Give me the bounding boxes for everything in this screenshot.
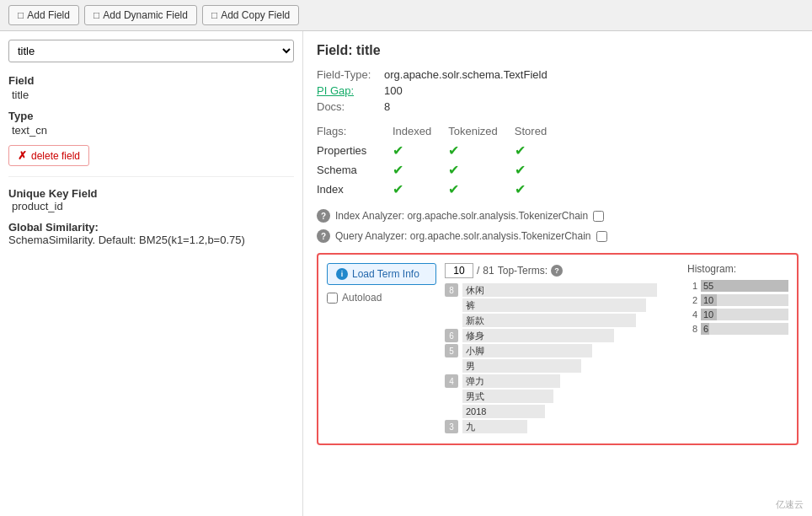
type-label: Type	[8, 110, 294, 122]
similarity-label: Global Similarity:	[8, 221, 294, 234]
list-item: 男式	[445, 390, 679, 403]
similarity-section: Global Similarity: SchemaSimilarity. Def…	[8, 221, 294, 246]
checkmark-icon: ✔	[515, 143, 526, 158]
add-copy-field-label: Add Copy Field	[221, 9, 290, 21]
checkmark-icon: ✔	[448, 182, 459, 196]
flag-check-indexed: ✔	[393, 160, 448, 180]
autoload-checkbox[interactable]	[327, 293, 338, 304]
docs-label: Docs:	[317, 100, 384, 113]
field-type-value: org.apache.solr.schema.TextField	[384, 68, 548, 81]
list-item: 2 10	[687, 294, 788, 306]
flag-check-stored: ✔	[515, 180, 564, 199]
unique-key-section: Unique Key Field product_id	[8, 187, 294, 212]
delete-field-button[interactable]: ✗ delete field	[8, 145, 89, 166]
checkmark-icon: ✔	[393, 163, 403, 177]
query-analyzer-text: Query Analyzer: org.apache.solr.analysis…	[335, 230, 591, 242]
add-copy-icon: □	[211, 9, 217, 21]
histogram-list: 1 55 2 10 4 10 8 6	[687, 280, 788, 335]
list-item: 新款	[445, 314, 679, 327]
term-bar: 男	[462, 359, 581, 373]
delete-icon: ✗	[18, 149, 27, 162]
field-type-row: Field-Type: org.apache.solr.schema.TextF…	[317, 68, 799, 81]
term-bar: 九	[462, 420, 527, 433]
term-bar-wrap: 弹力	[462, 374, 679, 388]
hist-label: 2	[687, 295, 697, 305]
query-analyzer-icon[interactable]: ?	[317, 229, 330, 243]
hist-value: 6	[703, 323, 720, 335]
list-item: 3 九	[445, 420, 679, 433]
flag-check-indexed: ✔	[393, 180, 448, 199]
query-analyzer-checkbox[interactable]	[596, 231, 607, 242]
divider	[8, 176, 294, 177]
hist-value: 10	[703, 309, 720, 320]
query-analyzer-row: ? Query Analyzer: org.apache.solr.analys…	[317, 229, 799, 243]
hist-bar-bg: 10	[701, 309, 788, 320]
flag-row-label: Index	[317, 180, 393, 199]
add-field-icon: □	[18, 9, 24, 21]
pi-gap-row: PI Gap: 100	[317, 84, 799, 97]
autoload-row: Autoload	[327, 292, 436, 304]
list-item: 4 10	[687, 309, 788, 320]
term-bar: 裤	[462, 298, 646, 312]
term-list: 8 休闲 裤 新款 6 修身 5 小脚 男 4 弹力 男式 2018 3 九	[445, 283, 679, 433]
checkmark-icon: ✔	[448, 143, 459, 158]
hist-value: 55	[703, 280, 720, 292]
add-field-button[interactable]: □ Add Field	[8, 5, 79, 25]
list-item: 5 小脚	[445, 344, 679, 357]
index-analyzer-checkbox[interactable]	[593, 211, 604, 222]
unique-key-label: Unique Key Field	[8, 187, 294, 200]
hist-label: 4	[687, 309, 697, 320]
flag-check-stored: ✔	[515, 141, 564, 160]
field-section: Field title	[8, 74, 294, 101]
term-bar: 弹力	[462, 374, 560, 388]
index-analyzer-text: Index Analyzer: org.apache.solr.analysis…	[335, 210, 588, 222]
term-count-badge: 6	[445, 329, 458, 342]
term-bar-wrap: 修身	[462, 329, 679, 342]
term-bar-wrap: 休闲	[462, 283, 679, 297]
right-panel: Field: title Field-Type: org.apache.solr…	[303, 31, 812, 516]
load-term-info-label: Load Term Info	[352, 268, 419, 280]
term-bar: 新款	[462, 314, 636, 327]
term-bar: 2018	[462, 405, 545, 418]
info-table: Field-Type: org.apache.solr.schema.TextF…	[317, 68, 799, 113]
field-value: title	[12, 89, 294, 101]
term-bar-wrap: 九	[462, 420, 679, 433]
field-select[interactable]: title	[8, 40, 294, 62]
index-analyzer-icon[interactable]: ?	[317, 209, 330, 223]
add-dynamic-field-button[interactable]: □ Add Dynamic Field	[84, 5, 197, 25]
flags-table: Flags: Indexed Tokenized Stored Properti…	[317, 123, 564, 199]
docs-value: 8	[384, 100, 390, 113]
top-terms-total: 81	[483, 265, 494, 277]
add-field-label: Add Field	[27, 9, 70, 21]
top-terms-count-input[interactable]	[445, 263, 473, 278]
top-terms-label: Top-Terms:	[498, 265, 548, 277]
checkmark-icon: ✔	[515, 182, 526, 196]
list-item: 2018	[445, 405, 679, 418]
top-terms-help-icon[interactable]: ?	[551, 265, 563, 277]
load-term-info-button[interactable]: i Load Term Info	[327, 263, 436, 285]
term-count-badge: 8	[445, 283, 458, 297]
index-analyzer-row: ? Index Analyzer: org.apache.solr.analys…	[317, 209, 799, 223]
term-bar-wrap: 男	[462, 359, 679, 373]
term-bar: 小脚	[462, 344, 592, 357]
term-middle: / 81 Top-Terms: ? 8 休闲 裤 新款 6 修身 5 小脚 男 …	[445, 263, 679, 435]
flags-col-stored: Stored	[515, 123, 564, 141]
pi-gap-value: 100	[384, 84, 403, 97]
term-bar-wrap: 小脚	[462, 344, 679, 357]
flags-section: Flags: Indexed Tokenized Stored Properti…	[317, 123, 799, 199]
term-count-badge: 5	[445, 344, 458, 357]
delete-field-label: delete field	[31, 150, 80, 162]
flag-row: Properties✔✔✔	[317, 141, 564, 160]
term-box: i Load Term Info Autoload / 81 Top-Terms…	[317, 253, 799, 445]
checkmark-icon: ✔	[515, 163, 526, 177]
term-bar-wrap: 新款	[462, 314, 679, 327]
list-item: 裤	[445, 298, 679, 312]
field-select-row: title	[8, 40, 294, 62]
flag-check-tokenized: ✔	[448, 141, 515, 160]
hist-bar-bg: 6	[701, 323, 788, 335]
top-terms-header: / 81 Top-Terms: ?	[445, 263, 679, 278]
pi-gap-label[interactable]: PI Gap:	[317, 84, 384, 97]
flag-row-label: Schema	[317, 160, 393, 180]
add-copy-field-button[interactable]: □ Add Copy Field	[202, 5, 299, 25]
field-type-label: Field-Type:	[317, 68, 384, 81]
